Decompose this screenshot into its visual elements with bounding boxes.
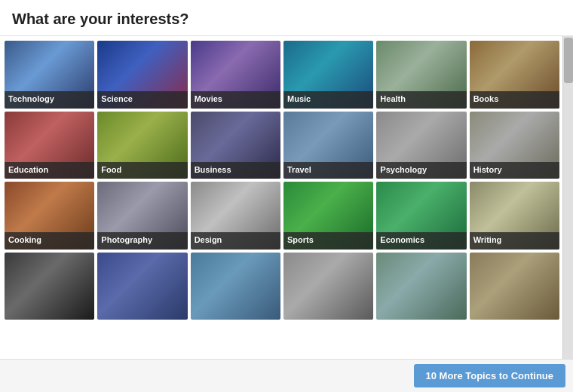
topic-card-history[interactable]: History (470, 112, 559, 179)
topic-label-health: Health (376, 91, 466, 108)
topic-card-row4c[interactable] (191, 253, 280, 320)
topic-label-food: Food (97, 162, 187, 179)
topic-card-health[interactable]: Health (376, 41, 466, 109)
topic-label-travel: Travel (283, 162, 373, 179)
topic-bg-row4f (470, 253, 559, 320)
topic-card-psychology[interactable]: Psychology (376, 112, 466, 179)
topic-bg-row4a (5, 253, 94, 320)
topic-bg-row4e (376, 253, 466, 320)
topic-label-writing: Writing (470, 232, 559, 249)
topic-card-row4a[interactable] (5, 253, 94, 320)
topic-label-psychology: Psychology (376, 162, 466, 179)
topics-grid: TechnologyScienceMoviesMusicHealthBooksE… (5, 41, 559, 320)
topic-card-travel[interactable]: Travel (283, 112, 373, 179)
topic-card-movies[interactable]: Movies (191, 41, 280, 109)
topic-label-education: Education (5, 162, 94, 179)
topic-label-music: Music (283, 91, 373, 108)
topic-card-design[interactable]: Design (191, 182, 280, 250)
footer: 10 More Topics to Continue (0, 359, 573, 392)
topic-label-photography: Photography (97, 232, 187, 249)
topic-label-economics: Economics (376, 232, 466, 249)
topic-label-business: Business (191, 162, 280, 179)
page-header: What are your interests? (0, 0, 573, 36)
topic-card-education[interactable]: Education (5, 112, 94, 179)
topic-label-books: Books (470, 91, 559, 108)
topic-label-cooking: Cooking (5, 232, 94, 249)
content-area: TechnologyScienceMoviesMusicHealthBooksE… (0, 36, 573, 359)
page-title: What are your interests? (12, 11, 561, 28)
topic-label-history: History (470, 162, 559, 179)
topic-card-food[interactable]: Food (97, 112, 187, 179)
topic-bg-row4b (97, 253, 187, 320)
continue-button[interactable]: 10 More Topics to Continue (414, 364, 566, 387)
topic-card-music[interactable]: Music (283, 41, 373, 109)
topic-card-cooking[interactable]: Cooking (5, 182, 94, 250)
topic-card-books[interactable]: Books (470, 41, 559, 109)
topic-card-row4e[interactable] (376, 253, 466, 320)
scrollbar-thumb[interactable] (564, 38, 573, 83)
topic-label-design: Design (191, 232, 280, 249)
topic-bg-row4d (283, 253, 373, 320)
topic-card-photography[interactable]: Photography (97, 182, 187, 250)
topic-label-science: Science (97, 91, 187, 108)
topic-card-business[interactable]: Business (191, 112, 280, 179)
topic-bg-row4c (191, 253, 280, 320)
topic-label-movies: Movies (191, 91, 280, 108)
page-container: What are your interests? TechnologyScien… (0, 0, 573, 392)
topic-card-sports[interactable]: Sports (283, 182, 373, 250)
topic-card-row4d[interactable] (283, 253, 373, 320)
topics-grid-container[interactable]: TechnologyScienceMoviesMusicHealthBooksE… (0, 36, 562, 359)
topic-label-technology: Technology (5, 91, 94, 108)
topic-card-row4b[interactable] (97, 253, 187, 320)
topic-card-writing[interactable]: Writing (470, 182, 559, 250)
topic-card-technology[interactable]: Technology (5, 41, 94, 109)
topic-card-science[interactable]: Science (97, 41, 187, 109)
scrollbar[interactable] (562, 36, 573, 359)
topic-card-row4f[interactable] (470, 253, 559, 320)
topic-label-sports: Sports (283, 232, 373, 249)
topic-card-economics[interactable]: Economics (376, 182, 466, 250)
